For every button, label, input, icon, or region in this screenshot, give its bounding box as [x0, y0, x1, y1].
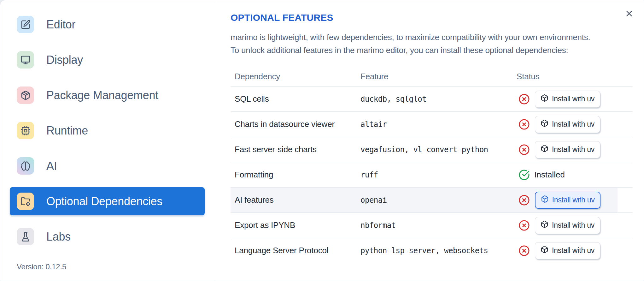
circle-x-icon — [518, 194, 530, 206]
circle-x-icon — [518, 93, 530, 105]
feature-cell: vegafusion, vl-convert-python — [360, 145, 517, 154]
box-icon — [541, 246, 548, 254]
install-button-label: Install with uv — [552, 221, 594, 230]
square-pen-icon-box — [17, 16, 34, 33]
feature-cell: python-lsp-server, websockets — [360, 246, 517, 255]
circle-x-icon — [518, 220, 530, 231]
installed-label: Installed — [534, 170, 565, 180]
settings-sidebar: Editor Display Package Management Runtim… — [0, 0, 215, 281]
status-cell: Installed — [517, 169, 633, 181]
sidebar-item-label: Optional Dependencies — [46, 195, 162, 208]
settings-dialog: Editor Display Package Management Runtim… — [0, 0, 644, 281]
feature-cell: ruff — [360, 170, 517, 179]
panel-title: OPTIONAL FEATURES — [231, 12, 644, 23]
status-not-installed-icon — [518, 93, 530, 105]
sidebar-item-optional-dependencies[interactable]: Optional Dependencies — [10, 187, 205, 215]
sidebar-item-label: Package Management — [46, 89, 158, 102]
folder-cog-icon-box — [17, 193, 34, 210]
brain-icon-box — [17, 157, 34, 175]
status-not-installed-icon — [518, 220, 530, 231]
install-button-label: Install with uv — [552, 145, 594, 154]
circle-x-icon — [518, 245, 530, 256]
box-icon — [541, 195, 549, 203]
status-cell: Install with uv — [517, 192, 633, 209]
brain-icon — [20, 161, 31, 171]
dependency-cell: AI features — [231, 195, 360, 205]
feature-cell: duckdb, sqlglot — [360, 95, 517, 104]
version-label: Version: 0.12.5 — [0, 262, 215, 281]
package-icon — [20, 90, 31, 100]
status-not-installed-icon — [518, 245, 530, 256]
box-icon — [541, 220, 548, 228]
close-icon — [624, 9, 634, 18]
sidebar-nav: Editor Display Package Management Runtim… — [0, 10, 215, 258]
column-header-feature: Feature — [360, 72, 517, 81]
box-icon — [541, 145, 548, 152]
feature-cell: openai — [360, 196, 517, 205]
sidebar-item-package-management[interactable]: Package Management — [10, 81, 205, 109]
dependency-cell: Language Server Protocol — [231, 246, 360, 255]
feature-cell: altair — [360, 120, 517, 129]
sidebar-item-labs[interactable]: Labs — [10, 223, 205, 251]
dependency-cell: Fast server-side charts — [231, 145, 360, 154]
flask-icon-box — [17, 228, 34, 245]
install-with-uv-button[interactable]: Install with uv — [535, 141, 600, 158]
table-row: Export as IPYNB nbformat Install with uv — [231, 212, 633, 238]
table-row: Formatting ruff Installed — [231, 162, 633, 187]
status-not-installed-icon — [518, 119, 530, 130]
monitor-icon — [20, 55, 31, 65]
install-button-label: Install with uv — [552, 246, 594, 255]
install-with-uv-button[interactable]: Install with uv — [535, 91, 600, 108]
sidebar-item-label: Editor — [46, 18, 75, 31]
column-header-dependency: Dependency — [231, 72, 360, 81]
status-not-installed-icon — [518, 194, 530, 206]
table-row: SQL cells duckdb, sqlglot Install with u… — [231, 86, 633, 111]
install-button-label: Install with uv — [552, 120, 594, 129]
dependency-cell: SQL cells — [231, 94, 360, 104]
sidebar-item-label: AI — [46, 159, 57, 173]
package-icon-box — [17, 87, 34, 104]
install-with-uv-button[interactable]: Install with uv — [535, 192, 600, 209]
install-with-uv-button[interactable]: Install with uv — [535, 116, 600, 133]
column-header-status: Status — [517, 72, 633, 81]
table-body: SQL cells duckdb, sqlglot Install with u… — [231, 86, 633, 263]
close-button[interactable] — [623, 7, 635, 20]
sidebar-item-runtime[interactable]: Runtime — [10, 117, 205, 145]
circle-check-icon — [518, 169, 530, 181]
sidebar-item-ai[interactable]: AI — [10, 152, 205, 180]
cpu-icon-box — [17, 122, 34, 139]
feature-cell: nbformat — [360, 221, 517, 230]
cpu-icon — [20, 126, 31, 136]
install-button-label: Install with uv — [552, 196, 595, 204]
table-row: Language Server Protocol python-lsp-serv… — [231, 238, 633, 263]
sidebar-item-display[interactable]: Display — [10, 46, 205, 74]
status-cell: Install with uv — [517, 242, 633, 259]
square-pen-icon — [20, 20, 31, 30]
status-not-installed-icon — [518, 144, 530, 155]
circle-x-icon — [518, 144, 530, 155]
table-row: Charts in datasource viewer altair Insta… — [231, 111, 633, 137]
dependencies-table: Dependency Feature Status SQL cells duck… — [231, 67, 633, 263]
circle-x-icon — [518, 119, 530, 130]
install-button-label: Install with uv — [552, 95, 594, 103]
dependency-cell: Export as IPYNB — [231, 220, 360, 230]
status-cell: Install with uv — [517, 217, 633, 234]
sidebar-item-label: Labs — [46, 230, 71, 243]
folder-cog-icon — [20, 196, 31, 206]
install-with-uv-button[interactable]: Install with uv — [535, 242, 600, 259]
table-header: Dependency Feature Status — [231, 67, 633, 86]
status-installed-icon — [518, 169, 530, 181]
box-icon — [541, 119, 548, 127]
status-cell: Install with uv — [517, 91, 633, 108]
flask-icon — [20, 232, 31, 242]
sidebar-item-label: Display — [46, 53, 83, 67]
description-line-1: marimo is lightweight, with few dependen… — [231, 31, 644, 44]
status-cell: Install with uv — [517, 116, 633, 133]
install-with-uv-button[interactable]: Install with uv — [535, 217, 600, 234]
monitor-icon-box — [17, 51, 34, 69]
table-row: Fast server-side charts vegafusion, vl-c… — [231, 137, 633, 162]
sidebar-item-editor[interactable]: Editor — [10, 10, 205, 39]
optional-features-panel: OPTIONAL FEATURES marimo is lightweight,… — [215, 0, 644, 281]
sidebar-item-label: Runtime — [46, 124, 88, 137]
status-cell: Install with uv — [517, 141, 633, 158]
